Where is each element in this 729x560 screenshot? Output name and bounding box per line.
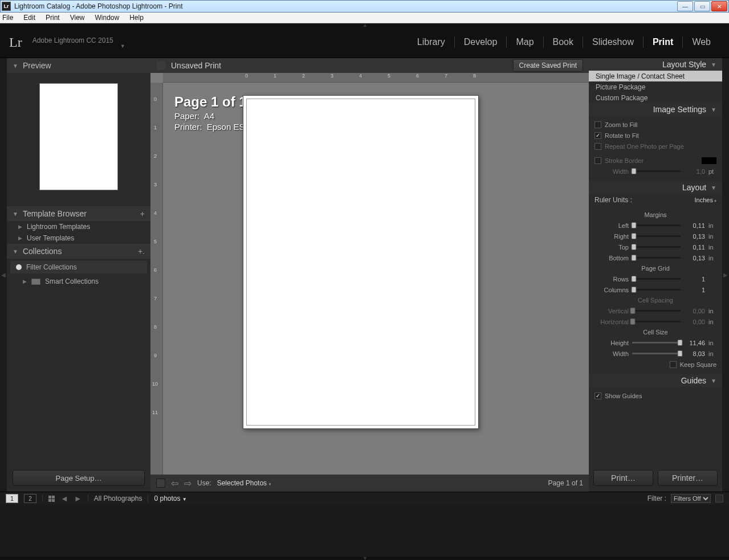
cell-height-slider[interactable] — [632, 342, 681, 344]
menu-print[interactable]: Print — [46, 14, 60, 22]
preview-label: Preview — [23, 61, 51, 70]
use-dropdown[interactable]: Selected Photos ♦ — [217, 479, 271, 487]
menu-help[interactable]: Help — [129, 14, 144, 22]
module-book[interactable]: Book — [544, 37, 583, 47]
image-settings-header[interactable]: Image Settings▼ — [589, 103, 722, 116]
use-label: Use: — [197, 479, 211, 487]
module-picker: Library Develop Map Book Slideshow Print… — [408, 36, 720, 48]
filmstrip-strip[interactable] — [0, 505, 729, 557]
image-cell — [246, 99, 475, 426]
right-panel: Layout Style▼ Single Image / Contact She… — [589, 58, 722, 492]
disclosure-icon: ▼ — [13, 211, 18, 217]
printer-button[interactable]: Printer… — [658, 470, 718, 486]
guides-header[interactable]: Guides▼ — [589, 374, 722, 387]
grid-view-icon[interactable] — [48, 496, 55, 502]
template-folder-user[interactable]: ▶User Templates — [7, 232, 150, 244]
add-template-icon[interactable]: + — [140, 209, 145, 218]
menu-edit[interactable]: Edit — [23, 14, 35, 22]
print-button[interactable]: Print… — [593, 470, 653, 486]
maximize-button[interactable]: ▭ — [694, 1, 710, 11]
menu-window[interactable]: Window — [95, 14, 120, 22]
style-picture-package[interactable]: Picture Package — [589, 81, 722, 92]
module-web[interactable]: Web — [683, 37, 720, 47]
identity-dropdown-icon[interactable]: ▼ — [120, 43, 125, 49]
zoom-to-fill-checkbox[interactable] — [594, 121, 601, 128]
preview-header[interactable]: ▼ Preview — [7, 58, 150, 73]
bottom-panel-grab[interactable]: ▼ — [0, 557, 729, 560]
columns-slider[interactable] — [632, 289, 681, 291]
style-custom-package[interactable]: Custom Package — [589, 92, 722, 103]
disclosure-icon: ▼ — [13, 63, 18, 69]
ruler-units-dropdown[interactable]: Inches♦ — [694, 197, 716, 203]
style-single-image[interactable]: Single Image / Contact Sheet — [589, 71, 722, 81]
print-title: Unsaved Print — [171, 61, 221, 70]
next-page-icon[interactable]: ⇨ — [184, 478, 192, 489]
module-library[interactable]: Library — [408, 37, 454, 47]
collections-label: Collections — [23, 247, 62, 256]
layout-style-header[interactable]: Layout Style▼ — [589, 58, 722, 71]
minimize-button[interactable]: — — [677, 1, 693, 11]
module-develop[interactable]: Develop — [455, 37, 507, 47]
identity-name: Adobe Lightroom CC 2015 — [32, 36, 113, 44]
vertical-ruler: 0 1 2 3 4 5 6 7 8 9 10 11 — [150, 83, 163, 475]
prev-page-icon[interactable]: ⇦ — [171, 478, 178, 489]
print-canvas: 0 1 2 3 4 5 6 7 8 0 1 2 3 4 5 6 — [150, 73, 589, 475]
repeat-photo-checkbox[interactable] — [594, 143, 601, 150]
main-window-button[interactable]: 1 — [6, 494, 18, 503]
select-all-checkbox[interactable] — [156, 479, 165, 488]
close-button[interactable]: ✕ — [711, 1, 727, 11]
module-print[interactable]: Print — [644, 37, 682, 47]
left-rail-collapse[interactable]: ◀ — [0, 58, 7, 492]
window-titlebar: Lr Lightroom Catalog - Adobe Photoshop L… — [0, 0, 729, 13]
menu-view[interactable]: View — [70, 14, 85, 22]
add-collection-icon[interactable]: +. — [138, 247, 145, 256]
filmstrip-count[interactable]: 0 photos ▼ — [154, 494, 186, 502]
template-browser-label: Template Browser — [23, 209, 87, 218]
cell-width-slider[interactable] — [632, 353, 681, 354]
keep-square-checkbox[interactable] — [670, 361, 677, 368]
nav-back-icon[interactable]: ◄ — [60, 494, 68, 503]
margin-right-slider[interactable] — [632, 235, 681, 237]
menu-file[interactable]: File — [2, 14, 13, 22]
filter-lock-icon[interactable] — [715, 494, 723, 502]
layout-header[interactable]: Layout▼ — [589, 181, 722, 194]
filter-dropdown[interactable]: Filters Off — [671, 494, 711, 503]
filmstrip: 1 2 ◄ ► All Photographs 0 photos ▼ Filte… — [0, 492, 729, 557]
nav-forward-icon[interactable]: ► — [74, 494, 82, 503]
paper-preview[interactable] — [243, 95, 479, 429]
collection-folder-icon — [31, 279, 40, 285]
cell-spacing-horizontal-slider — [632, 321, 681, 322]
template-folder-lightroom[interactable]: ▶Lightroom Templates — [7, 221, 150, 232]
collections-header[interactable]: ▼ Collections +. — [7, 244, 150, 259]
horizontal-ruler: 0 1 2 3 4 5 6 7 8 — [163, 73, 589, 83]
preview-page — [39, 83, 118, 190]
module-map[interactable]: Map — [507, 37, 543, 47]
second-window-button[interactable]: 2 — [24, 494, 36, 503]
stroke-width-slider[interactable] — [632, 170, 681, 172]
center-top-bar: Unsaved Print Create Saved Print — [150, 58, 589, 73]
stroke-border-checkbox[interactable] — [594, 157, 601, 164]
filter-label: Filter : — [647, 494, 666, 502]
template-browser-header[interactable]: ▼ Template Browser + — [7, 206, 150, 221]
right-rail-collapse[interactable]: ▶ — [722, 58, 729, 492]
show-guides-checkbox[interactable]: ✓ — [594, 393, 601, 399]
disclosure-icon: ▼ — [13, 248, 18, 255]
filmstrip-breadcrumb[interactable]: All Photographs — [94, 494, 142, 502]
module-slideshow[interactable]: Slideshow — [583, 37, 643, 47]
margin-top-slider[interactable] — [632, 246, 681, 248]
identity-bar: Lr Adobe Lightroom CC 2015 ▼ Library Dev… — [0, 27, 729, 58]
filmstrip-toolbar: 1 2 ◄ ► All Photographs 0 photos ▼ Filte… — [0, 492, 729, 505]
margin-bottom-slider[interactable] — [632, 257, 681, 259]
rows-slider[interactable] — [632, 278, 681, 280]
page-setup-button[interactable]: Page Setup… — [13, 470, 145, 486]
lightroom-logo: Lr — [9, 35, 22, 50]
search-icon — [16, 264, 22, 270]
filter-collections-input[interactable]: Filter Collections — [10, 261, 147, 273]
stroke-color-swatch[interactable] — [702, 157, 716, 164]
soft-proof-toggle[interactable] — [156, 61, 165, 70]
margin-left-slider[interactable] — [632, 224, 681, 226]
rotate-to-fit-checkbox[interactable]: ✓ — [594, 132, 601, 139]
smart-collections-row[interactable]: ▶ Smart Collections — [7, 276, 150, 287]
preview-thumbnail-area — [7, 73, 150, 206]
create-saved-print-button[interactable]: Create Saved Print — [513, 59, 583, 72]
